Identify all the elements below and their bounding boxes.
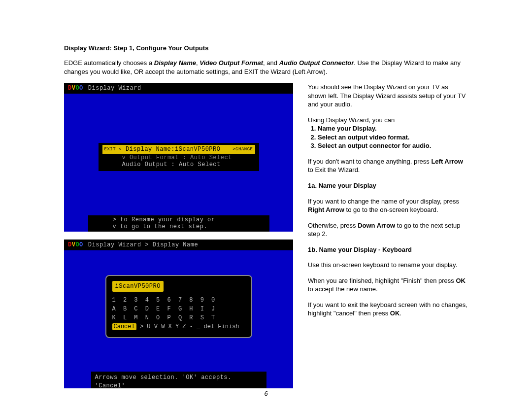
para-6: Use this on-screen keyboard to rename yo…: [308, 261, 468, 270]
keyboard-row-4-rest: > U V W X Y Z - _ del Finish: [136, 323, 239, 330]
page-number: 6: [0, 390, 532, 397]
para-1: You should see the Display Wizard on you…: [308, 83, 468, 109]
osd-screen-2: DVOO Display Wizard > Display Name iScan…: [64, 240, 293, 388]
intro-bold-1: Display Name: [154, 59, 196, 67]
steps-list: Name your Display. Select an output vide…: [308, 124, 468, 150]
p7c: to accept the new name.: [308, 285, 378, 293]
logo-o2-2: O: [79, 241, 83, 248]
keyboard-name-field[interactable]: iScanVP50PRO: [112, 281, 164, 292]
logo-d: D: [68, 85, 72, 92]
logo-o1-2: O: [75, 241, 79, 248]
keyboard-row-1[interactable]: 1 2 3 4 5 6 7 8 9 0: [112, 296, 245, 305]
para-3: If you don't want to change anything, pr…: [308, 157, 468, 174]
change-hint: >CHANGE: [233, 147, 253, 152]
screenshot-column: DVOO Display Wizard EXIT < Display Name …: [64, 83, 293, 396]
p3b: Left Arrow: [431, 158, 463, 165]
opt-sep: :: [171, 146, 175, 153]
para-8: If you want to exit the keyboard screen …: [308, 301, 468, 318]
osd-hint-1: > to Rename your display or v to go to t…: [88, 215, 269, 232]
p4a: If you want to change the name of your d…: [308, 198, 459, 205]
p7b: OK: [456, 277, 466, 284]
hint2-line-a: Arrows move selection. 'OK' accepts. 'Ca…: [95, 374, 263, 388]
option-display-name[interactable]: EXIT < Display Name : iScanVP50PRO >CHAN…: [102, 145, 255, 154]
logo-d-2: D: [68, 241, 72, 248]
subhead-1b: 1b. Name your Display - Keyboard: [308, 245, 468, 254]
intro-bold-2: Video Output Format: [200, 59, 263, 67]
step-3: Select an output connector for audio.: [318, 141, 468, 150]
option-audio-output[interactable]: Audio Output : Auto Select: [102, 161, 255, 169]
options-box: EXIT < Display Name : iScanVP50PRO >CHAN…: [99, 143, 259, 171]
opt-label: Display Name: [126, 146, 171, 153]
osd-title-2: Display Wizard > Display Name: [88, 241, 198, 248]
keyboard-row-2[interactable]: A B C D E F G H I J: [112, 305, 245, 313]
intro-sep-2: , and: [263, 59, 279, 67]
p3a: If you don't want to change anything, pr…: [308, 158, 431, 165]
p8b: highlight "cancel" then press: [308, 309, 390, 317]
osd-screen-1: DVOO Display Wizard EXIT < Display Name …: [64, 83, 293, 232]
keyboard-box: iScanVP50PRO 1 2 3 4 5 6 7 8 9 0 A B C D…: [105, 275, 252, 338]
exit-hint: EXIT <: [104, 147, 122, 152]
para-4: If you want to change the name of your d…: [308, 197, 468, 214]
p8a: If you want to exit the keyboard screen …: [308, 301, 467, 308]
p5b: Down Arrow: [358, 222, 395, 229]
p7a: When you are finished, highlight "Finish…: [308, 277, 456, 284]
p8d: .: [399, 309, 401, 317]
p8c: OK: [390, 309, 400, 317]
intro-bold-3: Audio Output Connector: [279, 59, 354, 67]
logo-o2: O: [79, 85, 83, 92]
para-2: Using Display Wizard, you can: [308, 116, 468, 125]
keyboard-row-4[interactable]: Cancel > U V W X Y Z - _ del Finish: [112, 322, 245, 331]
option-output-format[interactable]: v Output Format : Auto Select: [102, 154, 255, 161]
step-1: Name your Display.: [318, 124, 468, 133]
dvdo-logo: DVOO: [68, 85, 83, 92]
hint-line-a: > to Rename your display or: [113, 216, 266, 223]
logo-o1: O: [75, 85, 79, 92]
para-5: Otherwise, press Down Arrow to go to the…: [308, 221, 468, 239]
p3c: to Exit the Wizard.: [308, 166, 360, 173]
section-heading: Display Wizard: Step 1, Configure Your O…: [64, 44, 468, 52]
p4c: to go to the on-screen keyboard.: [344, 206, 438, 213]
opt-value: iScanVP50PRO: [175, 146, 220, 153]
p5a: Otherwise, press: [308, 222, 358, 229]
osd-titlebar: DVOO Display Wizard: [64, 83, 293, 94]
p4b: Right Arrow: [308, 206, 344, 213]
dvdo-logo-2: DVOO: [68, 241, 83, 248]
intro-paragraph: EDGE automatically chooses a Display Nam…: [64, 59, 468, 76]
keyboard-row-3[interactable]: K L M N O P Q R S T: [112, 313, 245, 322]
subhead-1a: 1a. Name your Display: [308, 181, 468, 190]
keyboard-cancel[interactable]: Cancel: [112, 323, 136, 330]
intro-text: EDGE automatically chooses a: [64, 59, 154, 67]
para-7: When you are finished, highlight "Finish…: [308, 276, 468, 294]
osd-title: Display Wizard: [88, 85, 141, 92]
step-2: Select an output video format.: [318, 133, 468, 142]
instructions-column: You should see the Display Wizard on you…: [308, 83, 468, 396]
hint-line-b: v to go to the next step.: [113, 223, 266, 230]
osd-titlebar-2: DVOO Display Wizard > Display Name: [64, 240, 293, 250]
osd-hint-2: Arrows move selection. 'OK' accepts. 'Ca…: [91, 372, 266, 388]
